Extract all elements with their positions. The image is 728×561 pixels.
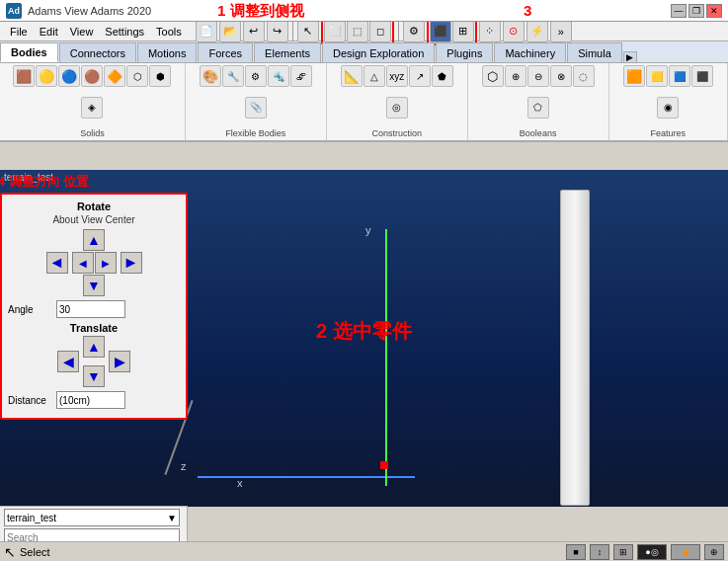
angle-input[interactable] xyxy=(56,300,125,318)
menu-edit[interactable]: Edit xyxy=(34,25,64,39)
tab-design-exploration[interactable]: Design Exploration xyxy=(322,42,435,62)
flex4[interactable]: 🔩 xyxy=(268,65,289,87)
rotate-right-button[interactable]: ► xyxy=(121,252,142,274)
status-icon-4[interactable]: ●◎ xyxy=(637,544,667,560)
rotate-arrows-row: ◄ ▲ ◀ ▶ ▼ ► xyxy=(8,229,180,296)
const3[interactable]: xyz xyxy=(386,65,408,87)
render-btn2[interactable]: ⊞ xyxy=(452,21,474,42)
restore-button[interactable]: ❐ xyxy=(688,4,704,18)
solid-cone[interactable]: 🔶 xyxy=(104,65,125,87)
solid-ellipsoid[interactable]: ⬡ xyxy=(126,65,148,87)
translate-right-button[interactable]: ▶ xyxy=(109,351,130,372)
flex3[interactable]: ⚙ xyxy=(245,65,267,87)
extra-btn[interactable]: ⚡ xyxy=(526,21,548,42)
flex1[interactable]: 🎨 xyxy=(200,65,221,87)
annotation-1: 1 调整到侧视 xyxy=(217,2,304,21)
open-button[interactable]: 📂 xyxy=(219,21,241,42)
solid-box[interactable]: 🟫 xyxy=(13,65,35,87)
feat2[interactable]: 🟨 xyxy=(646,65,668,87)
rotate-center-right[interactable]: ▶ xyxy=(95,252,117,274)
flexible-bodies-label: Flexible Bodies xyxy=(225,128,285,138)
iso-view-button[interactable]: ⬚ xyxy=(347,21,368,42)
solid-revolve[interactable]: ◈ xyxy=(81,97,103,119)
close-button[interactable]: ✕ xyxy=(706,4,722,18)
bool3[interactable]: ⊖ xyxy=(527,65,549,87)
connect-btn[interactable]: ⚙ xyxy=(403,21,425,42)
solid-extrude[interactable]: ⬢ xyxy=(149,65,171,87)
dropdown-arrow-icon[interactable]: ▼ xyxy=(167,513,177,523)
ribbon-group-features: 🟧 🟨 🟦 ⬛ ◉ Features xyxy=(609,63,728,140)
solid-torus[interactable]: 🟤 xyxy=(81,65,103,87)
rotate-center-left[interactable]: ◀ xyxy=(72,252,94,274)
chevron-more[interactable]: » xyxy=(550,21,572,42)
axis-x-line xyxy=(198,476,415,478)
tab-connectors[interactable]: Connectors xyxy=(59,42,136,62)
features-label: Features xyxy=(651,128,687,138)
status-icon-5[interactable]: ◆ xyxy=(671,544,700,560)
bool2[interactable]: ⊕ xyxy=(505,65,526,87)
cursor-button[interactable]: ↖ xyxy=(297,21,319,42)
translate-down-button[interactable]: ▼ xyxy=(83,365,105,387)
search-dropdown[interactable]: terrain_test ▼ xyxy=(4,509,180,526)
tab-motions[interactable]: Motions xyxy=(137,42,198,62)
menu-view[interactable]: View xyxy=(64,25,100,39)
cursor-arrow-icon: ↖ xyxy=(4,544,16,560)
translate-left-button[interactable]: ◀ xyxy=(57,351,79,372)
flex5[interactable]: 🖇 xyxy=(290,65,312,87)
const2[interactable]: △ xyxy=(364,65,385,87)
circle-btn[interactable]: ⊙ xyxy=(503,21,525,42)
select-area: ↖ Select xyxy=(4,544,192,560)
bool5[interactable]: ◌ xyxy=(573,65,595,87)
dot-grid-btn[interactable]: ⁘ xyxy=(479,21,501,42)
menu-tools[interactable]: Tools xyxy=(150,25,188,39)
const4[interactable]: ↗ xyxy=(409,65,431,87)
rotate-left-button[interactable]: ◄ xyxy=(46,252,68,274)
feat5[interactable]: ◉ xyxy=(657,97,679,119)
construction-label: Construction xyxy=(371,128,422,138)
tab-scroll-right[interactable]: ▶ xyxy=(623,51,637,62)
bool1[interactable]: ⬡ xyxy=(482,65,504,87)
rotate-translate-panel: 4 调整方向 位置 Rotate About View Center ◄ ▲ ◀… xyxy=(0,193,188,420)
status-icon-3[interactable]: ⊞ xyxy=(613,544,633,560)
menu-settings[interactable]: Settings xyxy=(99,25,150,39)
translate-up-button[interactable]: ▲ xyxy=(83,336,105,358)
solid-cylinder[interactable]: 🟡 xyxy=(36,65,57,87)
const1[interactable]: 📐 xyxy=(341,65,363,87)
tab-elements[interactable]: Elements xyxy=(254,42,321,62)
render-btn1[interactable]: ⬛ xyxy=(430,21,451,42)
rotate-down-button[interactable]: ▼ xyxy=(83,275,105,296)
distance-row: Distance xyxy=(8,391,180,409)
angle-row: Angle xyxy=(8,300,180,318)
solids-label: Solids xyxy=(80,128,105,138)
const5[interactable]: ⬟ xyxy=(432,65,453,87)
rotate-up-button[interactable]: ▲ xyxy=(83,229,105,251)
minimize-button[interactable]: — xyxy=(671,4,687,18)
window-controls[interactable]: — ❐ ✕ xyxy=(671,4,722,18)
bool6[interactable]: ⬠ xyxy=(527,97,549,119)
new-button[interactable]: 📄 xyxy=(196,21,217,42)
tab-forces[interactable]: Forces xyxy=(198,42,253,62)
bool4[interactable]: ⊗ xyxy=(550,65,572,87)
side-view-button[interactable]: ◻ xyxy=(369,21,391,42)
redo-button[interactable]: ↪ xyxy=(267,21,288,42)
undo-button[interactable]: ↩ xyxy=(243,21,265,42)
feat1[interactable]: 🟧 xyxy=(623,65,645,87)
const6[interactable]: ◎ xyxy=(386,97,408,119)
status-icon-1[interactable]: ■ xyxy=(566,544,586,560)
feat4[interactable]: ⬛ xyxy=(691,65,713,87)
tab-simula[interactable]: Simula xyxy=(567,42,622,62)
tab-machinery[interactable]: Machinery xyxy=(494,42,566,62)
status-icon-2[interactable]: ↕ xyxy=(590,544,609,560)
feat3[interactable]: 🟦 xyxy=(669,65,690,87)
tab-bodies[interactable]: Bodies xyxy=(0,42,58,62)
distance-input[interactable] xyxy=(56,391,125,409)
flex2[interactable]: 🔧 xyxy=(222,65,244,87)
solid-sphere[interactable]: 🔵 xyxy=(58,65,80,87)
flex6[interactable]: 📎 xyxy=(245,97,267,119)
tab-plugins[interactable]: Plugins xyxy=(436,42,493,62)
menu-file[interactable]: File xyxy=(4,25,34,39)
front-view-button[interactable]: ⬜ xyxy=(324,21,346,42)
status-icon-6[interactable]: ⊕ xyxy=(704,544,724,560)
angle-label: Angle xyxy=(8,304,52,315)
rotate-subtitle: About View Center xyxy=(8,214,180,225)
